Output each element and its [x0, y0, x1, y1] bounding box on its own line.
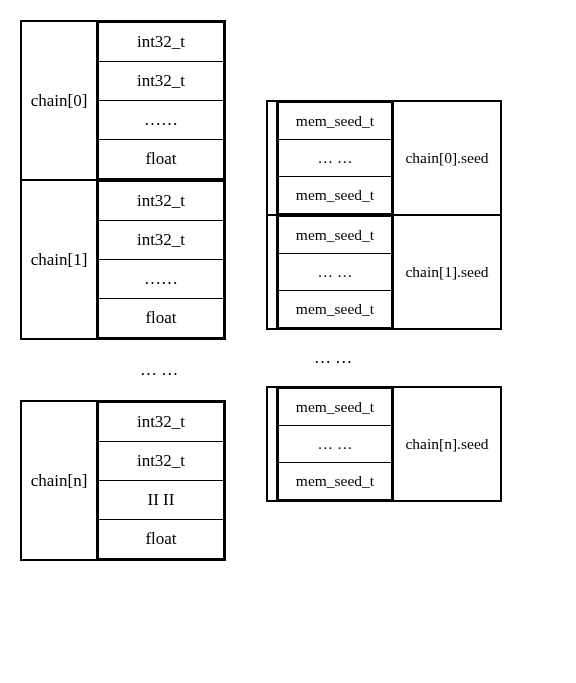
seed-block-n: mem_seed_t … … mem_seed_t chain[n].seed: [266, 386, 502, 502]
seed-cell: mem_seed_t: [278, 176, 392, 214]
chain-fields: int32_t int32_t …… float: [98, 22, 224, 179]
seed-fields: mem_seed_t … … mem_seed_t: [278, 102, 392, 214]
seed-cell: … …: [278, 139, 392, 177]
seed-cell: mem_seed_t: [278, 388, 392, 426]
field-cell: int32_t: [98, 220, 224, 260]
stub-column: [268, 102, 278, 214]
seed-label: chain[0].seed: [392, 102, 500, 214]
seed-cell: mem_seed_t: [278, 216, 392, 254]
diagram-canvas: chain[0] int32_t int32_t …… float chain[…: [20, 20, 556, 561]
field-cell: ……: [98, 259, 224, 299]
seed-cell: … …: [278, 253, 392, 291]
field-cell: int32_t: [98, 22, 224, 62]
right-column: mem_seed_t … … mem_seed_t chain[0].seed …: [266, 100, 502, 502]
seed-cell: mem_seed_t: [278, 290, 392, 328]
field-cell: float: [98, 139, 224, 179]
chain-block-0: chain[0] int32_t int32_t …… float: [20, 20, 226, 181]
field-cell: int32_t: [98, 441, 224, 481]
seed-block-0: mem_seed_t … … mem_seed_t chain[0].seed: [266, 100, 502, 216]
seed-cell: … …: [278, 425, 392, 463]
field-cell: int32_t: [98, 61, 224, 101]
field-cell: II II: [98, 480, 224, 520]
seed-fields: mem_seed_t … … mem_seed_t: [278, 216, 392, 328]
vertical-ellipsis: … …: [276, 330, 390, 386]
seed-fields: mem_seed_t … … mem_seed_t: [278, 388, 392, 500]
field-cell: ……: [98, 100, 224, 140]
chain-label: chain[0]: [22, 22, 98, 179]
seed-label: chain[1].seed: [392, 216, 500, 328]
field-cell: float: [98, 298, 224, 338]
stub-column: [268, 388, 278, 500]
seed-block-1: mem_seed_t … … mem_seed_t chain[1].seed: [266, 214, 502, 330]
chain-fields: int32_t int32_t II II float: [98, 402, 224, 559]
field-cell: int32_t: [98, 181, 224, 221]
seed-cell: mem_seed_t: [278, 462, 392, 500]
chain-label: chain[1]: [22, 181, 98, 338]
stub-column: [268, 216, 278, 328]
chain-block-1: chain[1] int32_t int32_t …… float: [20, 179, 226, 340]
field-cell: float: [98, 519, 224, 559]
chain-fields: int32_t int32_t …… float: [98, 181, 224, 338]
left-column: chain[0] int32_t int32_t …… float chain[…: [20, 20, 226, 561]
vertical-ellipsis: … …: [96, 340, 222, 400]
seed-cell: mem_seed_t: [278, 102, 392, 140]
field-cell: int32_t: [98, 402, 224, 442]
seed-label: chain[n].seed: [392, 388, 500, 500]
chain-label: chain[n]: [22, 402, 98, 559]
chain-block-n: chain[n] int32_t int32_t II II float: [20, 400, 226, 561]
